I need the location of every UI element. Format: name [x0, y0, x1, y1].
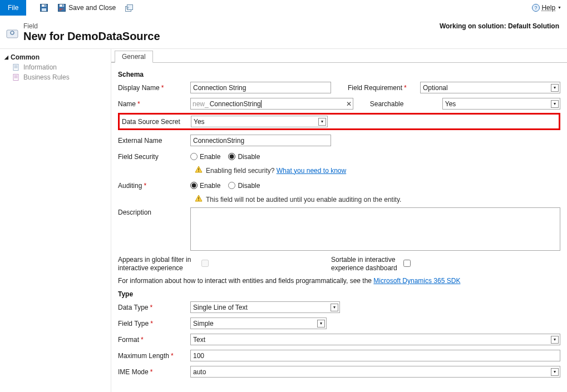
external-name-input[interactable] — [190, 135, 331, 146]
searchable-label: Searchable — [370, 100, 404, 108]
publish-button[interactable] — [120, 0, 138, 16]
field-requirement-select[interactable]: Optional ▾ — [420, 82, 560, 93]
nav-item-information[interactable]: Information — [0, 62, 111, 72]
save-close-icon — [57, 3, 66, 12]
field-type-label: Field Type — [118, 320, 149, 328]
svg-rect-18 — [13, 75, 18, 81]
field-requirement-label: Field Requirement — [348, 84, 402, 92]
sdk-link[interactable]: Microsoft Dynamics 365 SDK — [373, 277, 460, 285]
help-menu-button[interactable]: ? Help ▼ — [531, 3, 567, 12]
field-security-link[interactable]: What you need to know — [277, 167, 346, 175]
clear-icon[interactable]: ✕ — [345, 100, 353, 108]
data-source-secret-label: Data Source Secret — [122, 118, 180, 126]
svg-rect-25 — [198, 200, 199, 200]
required-marker: * — [144, 182, 146, 190]
nav-group-common[interactable]: ◢ Common — [0, 52, 111, 62]
format-label: Format — [118, 336, 139, 344]
entity-icon — [4, 26, 20, 41]
publish-icon — [125, 3, 134, 12]
ime-mode-value: auto — [193, 368, 206, 376]
data-type-value: Single Line of Text — [193, 304, 248, 311]
section-type: Type — [118, 290, 560, 298]
chevron-down-icon: ▼ — [558, 6, 561, 9]
page-title: New for DemoDataSource — [23, 30, 440, 43]
svg-text:?: ? — [535, 5, 538, 11]
data-source-secret-select[interactable]: Yes ▾ — [191, 116, 328, 127]
ime-mode-select[interactable]: auto ▾ — [190, 366, 560, 378]
nav-group-label: Common — [11, 53, 40, 61]
description-label: Description — [118, 209, 151, 216]
chevron-down-icon: ▾ — [551, 336, 559, 344]
radio-label: Enable — [200, 182, 220, 190]
field-security-radios: Enable Disable — [190, 153, 331, 161]
auditing-disable[interactable]: Disable — [228, 182, 260, 190]
note-text: Enabling field security? — [206, 167, 277, 175]
chevron-down-icon: ▾ — [331, 304, 338, 311]
radio-label: Enable — [200, 153, 220, 161]
format-select[interactable]: Text ▾ — [190, 334, 560, 345]
svg-rect-14 — [13, 64, 18, 71]
save-and-close-button[interactable]: Save and Close — [53, 0, 120, 16]
auditing-note: This field will not be audited until you… — [118, 195, 560, 204]
rules-icon — [12, 73, 20, 81]
radio-label: Disable — [238, 182, 260, 190]
svg-rect-3 — [45, 4, 46, 6]
field-security-label: Field Security — [118, 153, 159, 161]
svg-rect-6 — [62, 4, 63, 6]
save-button[interactable] — [35, 0, 53, 16]
field-security-note: Enabling field security? What you need t… — [118, 166, 560, 175]
section-schema: Schema — [118, 71, 560, 78]
required-marker: * — [150, 368, 153, 376]
note-text: This field will not be audited until you… — [206, 196, 401, 204]
field-security-disable[interactable]: Disable — [228, 153, 260, 161]
tab-bar: General — [111, 50, 567, 63]
svg-rect-2 — [42, 8, 46, 11]
auditing-enable[interactable]: Enable — [190, 182, 220, 190]
field-type-select[interactable]: Simple ▾ — [190, 317, 327, 329]
warning-icon — [195, 166, 203, 175]
required-marker: * — [141, 336, 144, 344]
main-area: General Schema Display Name* Field Requi… — [111, 49, 567, 392]
field-security-enable[interactable]: Enable — [190, 153, 220, 161]
auditing-label: Auditing — [118, 182, 142, 190]
required-marker: * — [404, 84, 407, 92]
file-menu-button[interactable]: File — [0, 0, 26, 16]
nav-item-business-rules[interactable]: Business Rules — [0, 72, 111, 82]
searchable-select[interactable]: Yes ▾ — [442, 98, 560, 110]
svg-rect-23 — [198, 171, 199, 171]
appears-filter-checkbox[interactable] — [201, 260, 209, 267]
required-marker: * — [137, 100, 140, 108]
appears-filter-label: Appears in global filter in interactive … — [118, 256, 191, 272]
collapse-icon: ◢ — [4, 54, 8, 60]
required-marker: * — [161, 84, 164, 92]
chevron-down-icon: ▾ — [551, 84, 559, 92]
save-and-close-label: Save and Close — [68, 4, 116, 12]
max-length-input[interactable] — [190, 350, 560, 361]
required-marker: * — [171, 352, 174, 360]
field-type-value: Simple — [193, 320, 214, 328]
document-icon — [12, 63, 20, 71]
external-name-label: External Name — [118, 137, 162, 145]
sortable-checkbox[interactable] — [403, 260, 411, 267]
chevron-down-icon: ▾ — [551, 100, 559, 108]
chevron-down-icon: ▾ — [318, 118, 326, 126]
tab-general[interactable]: General — [115, 51, 153, 63]
nav-item-label: Information — [23, 63, 57, 71]
data-source-secret-row-highlight: Data Source Secret Yes ▾ — [118, 113, 560, 130]
name-input[interactable] — [262, 99, 345, 108]
command-bar: File Save and Close ? Help ▼ — [0, 0, 567, 16]
name-prefix: new_ — [191, 100, 210, 108]
data-source-secret-value: Yes — [194, 118, 205, 126]
name-input-wrapper: new_ ConnectionString ✕ — [190, 98, 353, 110]
nav-item-label: Business Rules — [23, 73, 70, 81]
warning-icon — [195, 195, 203, 204]
name-label: Name — [118, 100, 136, 108]
data-type-select[interactable]: Single Line of Text ▾ — [190, 301, 340, 313]
svg-rect-24 — [198, 197, 199, 200]
help-label: Help — [541, 4, 555, 12]
sdk-info-text: For information about how to interact wi… — [118, 277, 560, 285]
auditing-radios: Enable Disable — [190, 182, 331, 190]
body: ◢ Common Information Business Rules Gene… — [0, 48, 567, 392]
display-name-input[interactable] — [190, 82, 331, 93]
description-textarea[interactable] — [190, 207, 560, 251]
